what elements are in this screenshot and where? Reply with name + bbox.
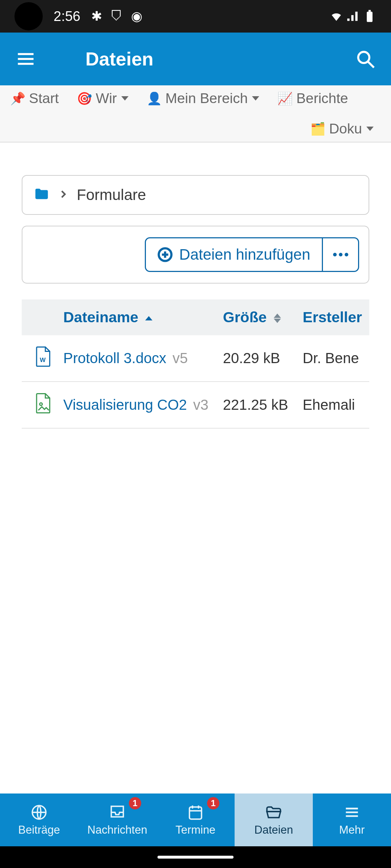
bottom-nav-mehr[interactable]: Mehr bbox=[313, 793, 391, 846]
image-file-icon bbox=[34, 393, 52, 414]
notification-badge: 1 bbox=[207, 797, 219, 809]
svg-rect-1 bbox=[369, 10, 371, 12]
pin-icon: 📌 bbox=[10, 91, 25, 106]
chevron-down-icon bbox=[366, 127, 374, 131]
file-table: Dateiname Größe Ersteller W Protokoll 3.… bbox=[22, 299, 369, 429]
chevron-right-icon bbox=[59, 190, 68, 199]
calendar-icon bbox=[186, 803, 205, 821]
bottom-nav-label: Dateien bbox=[255, 824, 293, 837]
status-avatar bbox=[14, 2, 43, 30]
hamburger-icon bbox=[16, 49, 35, 69]
status-indicators-left: ✱ ⛉ ◉ bbox=[91, 9, 142, 24]
sort-icon bbox=[274, 314, 281, 323]
table-row[interactable]: Visualisierung CO2 v3 221.25 kB Ehemali bbox=[22, 382, 369, 428]
nav-label: Doku bbox=[329, 121, 362, 137]
column-icon bbox=[22, 299, 56, 335]
chart-icon: 📈 bbox=[277, 91, 293, 106]
nav-item-mein-bereich[interactable]: 👤 Mein Bereich bbox=[147, 90, 260, 106]
folder-root-button[interactable] bbox=[33, 186, 50, 204]
search-button[interactable] bbox=[353, 46, 378, 72]
app-header: Dateien bbox=[0, 33, 391, 85]
nav-item-doku[interactable]: 🗂️ Doku bbox=[310, 121, 374, 137]
person-icon: 👤 bbox=[147, 91, 162, 106]
bottom-nav-nachrichten[interactable]: 1 Nachrichten bbox=[78, 793, 156, 846]
menu-icon bbox=[343, 803, 361, 821]
file-version: v3 bbox=[193, 397, 209, 413]
bottom-nav-label: Beiträge bbox=[18, 824, 60, 837]
search-icon bbox=[355, 49, 375, 69]
menu-button[interactable] bbox=[13, 46, 38, 72]
bottom-nav-label: Termine bbox=[176, 824, 215, 837]
nav-label: Wir bbox=[96, 90, 117, 106]
file-link[interactable]: Protokoll 3.docx bbox=[63, 350, 167, 366]
add-files-more-button[interactable] bbox=[323, 237, 359, 272]
file-version: v5 bbox=[172, 350, 188, 366]
svg-point-11 bbox=[39, 403, 42, 405]
plus-circle-icon bbox=[157, 247, 173, 262]
system-nav-bar bbox=[0, 846, 391, 868]
status-icon-2: ⛉ bbox=[110, 9, 123, 24]
sort-asc-icon bbox=[145, 316, 152, 320]
nav-item-berichte[interactable]: 📈 Berichte bbox=[277, 90, 348, 106]
nav-label: Berichte bbox=[296, 90, 348, 106]
add-files-button-group: Dateien hinzufügen bbox=[145, 237, 359, 272]
status-icon-3: ◉ bbox=[131, 9, 142, 24]
svg-rect-0 bbox=[367, 12, 373, 22]
secondary-nav: 📌 Start 🎯 Wir 👤 Mein Bereich 📈 Berichte … bbox=[0, 85, 391, 142]
file-name-cell: Visualisierung CO2 v3 bbox=[56, 382, 216, 428]
globe-icon bbox=[30, 803, 48, 821]
column-filename[interactable]: Dateiname bbox=[56, 299, 216, 335]
nav-item-start[interactable]: 📌 Start bbox=[10, 90, 59, 106]
svg-text:W: W bbox=[40, 357, 46, 363]
more-icon bbox=[333, 253, 348, 256]
breadcrumb-current[interactable]: Formulare bbox=[77, 186, 146, 204]
signal-icon bbox=[346, 9, 360, 23]
table-row[interactable]: W Protokoll 3.docx v5 20.29 kB Dr. Bene bbox=[22, 335, 369, 382]
bottom-nav-termine[interactable]: 1 Termine bbox=[156, 793, 235, 846]
notification-badge: 1 bbox=[129, 797, 141, 809]
folder-icon bbox=[33, 186, 50, 203]
file-icon-cell: W bbox=[22, 335, 56, 382]
nav-item-wir[interactable]: 🎯 Wir bbox=[77, 90, 128, 106]
wifi-icon bbox=[329, 9, 343, 23]
svg-line-6 bbox=[368, 62, 374, 67]
bottom-nav-label: Nachrichten bbox=[87, 824, 147, 837]
content-area: Formulare Dateien hinzufügen Dateiname bbox=[0, 142, 391, 793]
column-size[interactable]: Größe bbox=[216, 299, 295, 335]
column-creator[interactable]: Ersteller bbox=[295, 299, 369, 335]
svg-rect-13 bbox=[189, 807, 201, 819]
folder-open-icon bbox=[265, 803, 283, 821]
nav-handle[interactable] bbox=[157, 856, 234, 859]
add-files-label: Dateien hinzufügen bbox=[179, 246, 310, 263]
bottom-nav: Beiträge 1 Nachrichten 1 Termine Dateien… bbox=[0, 793, 391, 846]
column-filename-label: Dateiname bbox=[63, 309, 138, 326]
file-icon-cell bbox=[22, 382, 56, 428]
breadcrumb-separator bbox=[59, 190, 68, 200]
file-link[interactable]: Visualisierung CO2 bbox=[63, 397, 187, 413]
page-title: Dateien bbox=[85, 48, 154, 70]
file-size-cell: 221.25 kB bbox=[216, 382, 295, 428]
file-creator-cell: Dr. Bene bbox=[295, 335, 369, 382]
file-size-cell: 20.29 kB bbox=[216, 335, 295, 382]
status-indicators-right bbox=[329, 9, 377, 23]
file-name-cell: Protokoll 3.docx v5 bbox=[56, 335, 216, 382]
nav-label: Mein Bereich bbox=[165, 90, 248, 106]
status-icon-1: ✱ bbox=[91, 9, 102, 24]
docs-icon: 🗂️ bbox=[310, 122, 325, 136]
column-size-label: Größe bbox=[223, 309, 267, 326]
bottom-nav-beitraege[interactable]: Beiträge bbox=[0, 793, 78, 846]
file-creator-cell: Ehemali bbox=[295, 382, 369, 428]
svg-point-5 bbox=[358, 52, 369, 63]
bottom-nav-dateien[interactable]: Dateien bbox=[235, 793, 313, 846]
nav-label: Start bbox=[29, 90, 59, 106]
status-time: 2:56 bbox=[54, 9, 80, 24]
chevron-down-icon bbox=[252, 96, 259, 101]
column-creator-label: Ersteller bbox=[303, 309, 362, 326]
breadcrumb: Formulare bbox=[22, 175, 369, 215]
add-files-button[interactable]: Dateien hinzufügen bbox=[145, 237, 323, 272]
status-bar: 2:56 ✱ ⛉ ◉ bbox=[0, 0, 391, 33]
file-toolbar: Dateien hinzufügen bbox=[22, 226, 369, 284]
chevron-down-icon bbox=[121, 96, 129, 101]
inbox-icon bbox=[108, 803, 126, 821]
bottom-nav-label: Mehr bbox=[339, 824, 365, 837]
